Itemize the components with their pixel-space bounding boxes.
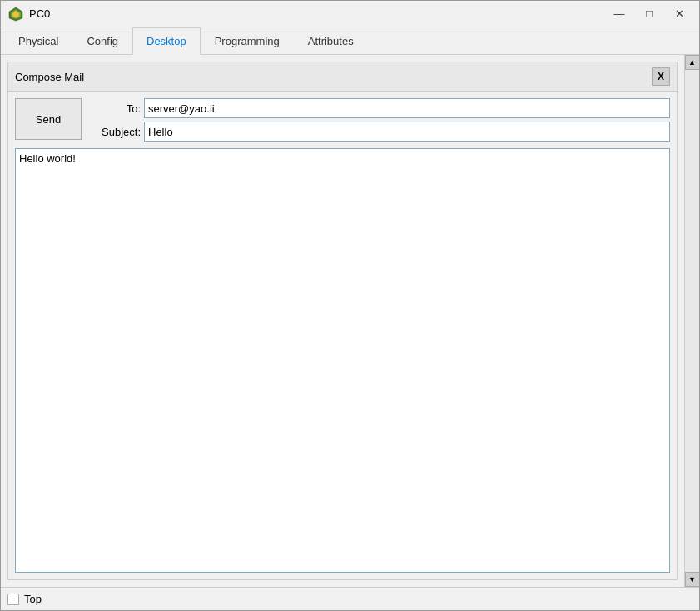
scroll-down-button[interactable]: ▼ [685, 572, 700, 587]
subject-field-row: Subject: [95, 122, 670, 142]
message-body[interactable]: Hello world! [15, 148, 670, 573]
subject-input[interactable] [144, 122, 670, 142]
main-panel: Compose Mail X Send To: [1, 55, 684, 587]
app-window: PC0 — □ ✕ Physical Config Desktop Progra… [0, 0, 700, 611]
compose-mail-close-button[interactable]: X [652, 67, 670, 86]
titlebar: PC0 — □ ✕ [1, 1, 699, 27]
compose-mail-header: Compose Mail X [8, 62, 677, 92]
to-input[interactable] [144, 98, 670, 118]
maximize-button[interactable]: □ [636, 5, 663, 23]
top-checkbox[interactable] [7, 594, 19, 605]
window-title: PC0 [29, 7, 606, 20]
scroll-track[interactable] [685, 70, 700, 572]
fields-row: Send To: Subject: [15, 98, 670, 142]
content-area: Compose Mail X Send To: [1, 55, 699, 587]
tab-physical[interactable]: Physical [4, 27, 72, 55]
scroll-up-button[interactable]: ▲ [685, 55, 700, 70]
close-button[interactable]: ✕ [666, 5, 693, 23]
titlebar-buttons: — □ ✕ [606, 5, 693, 23]
tab-bar: Physical Config Desktop Programming Attr… [1, 27, 699, 55]
compose-mail-body: Send To: Subject: [8, 92, 677, 579]
send-button[interactable]: Send [15, 98, 82, 140]
compose-mail-title: Compose Mail [15, 71, 84, 83]
subject-label: Subject: [95, 126, 141, 138]
app-icon [7, 6, 24, 22]
to-label: To: [95, 102, 141, 115]
scrollbar: ▲ ▼ [684, 55, 699, 587]
status-label: Top [24, 593, 42, 605]
tab-desktop[interactable]: Desktop [132, 27, 201, 55]
to-field-row: To: [95, 98, 670, 118]
tab-attributes[interactable]: Attributes [294, 27, 368, 55]
tab-programming[interactable]: Programming [201, 27, 294, 55]
fields-container: To: Subject: [95, 98, 670, 142]
compose-mail-panel: Compose Mail X Send To: [7, 62, 678, 580]
tab-config[interactable]: Config [72, 27, 132, 55]
minimize-button[interactable]: — [606, 5, 633, 23]
statusbar: Top [1, 587, 699, 610]
